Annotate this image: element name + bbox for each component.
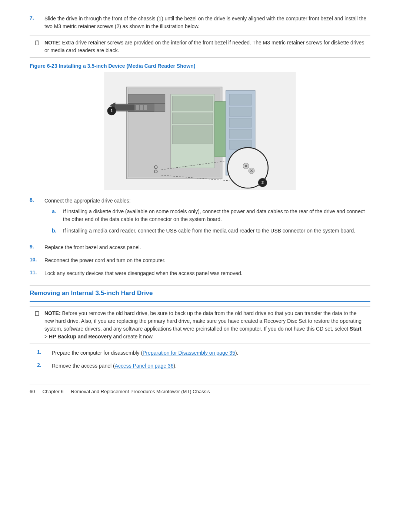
step-8b-num: b. xyxy=(52,227,63,235)
svg-rect-7 xyxy=(136,105,139,110)
note-text-2: NOTE: Before you remove the old hard dri… xyxy=(44,310,366,341)
step-9: 9. Replace the front bezel and access pa… xyxy=(30,244,370,251)
svg-text:1: 1 xyxy=(110,108,113,113)
figure-svg: 1 xyxy=(104,72,296,190)
section2-step-1-link[interactable]: Preparation for Disassembly on page 35 xyxy=(143,350,235,356)
section2-step-2-content: Remove the access panel (Access Panel on… xyxy=(52,362,370,370)
section2-step-1-content: Prepare the computer for disassembly (Pr… xyxy=(52,349,370,357)
section2-step-1-text: Prepare the computer for disassembly ( xyxy=(52,350,143,356)
section-2-heading: Removing an Internal 3.5-inch Hard Drive xyxy=(30,290,370,297)
step-10: 10. Reconnect the power cord and turn on… xyxy=(30,257,370,264)
sub-steps-8: a. If installing a diskette drive (avail… xyxy=(44,208,370,235)
footer-description: Removal and Replacement Procedures Micro… xyxy=(71,389,210,394)
step-8-text: Connect the appropriate drive cables: xyxy=(44,198,131,204)
step-10-number: 10. xyxy=(30,257,44,262)
svg-rect-6 xyxy=(116,104,134,110)
svg-rect-15 xyxy=(172,113,213,124)
svg-rect-17 xyxy=(215,102,226,157)
section2-step-2-end: ). xyxy=(173,363,177,369)
step-8b-text: If installing a media card reader, conne… xyxy=(63,227,370,235)
svg-rect-16 xyxy=(172,126,213,144)
section2-step-2-text: Remove the access panel ( xyxy=(52,363,115,369)
note-content-2a: Before you remove the old hard drive, be… xyxy=(44,310,361,332)
step-8-content: Connect the appropriate drive cables: a.… xyxy=(44,197,370,238)
figure-container: 1 xyxy=(30,72,370,190)
note-box-2: 🗒 NOTE: Before you remove the old hard d… xyxy=(30,306,370,344)
section2-step-1: 1. Prepare the computer for disassembly … xyxy=(37,349,370,357)
step-7-text: Slide the drive in through the front of … xyxy=(44,15,370,30)
section2-step-2-link[interactable]: Access Panel on page 36 xyxy=(115,363,174,369)
step-8a-text: If installing a diskette drive (availabl… xyxy=(63,208,370,223)
note-icon-1: 🗒 xyxy=(34,39,41,47)
svg-rect-8 xyxy=(140,105,143,110)
step-11-number: 11. xyxy=(30,270,44,275)
footer-page: 60 xyxy=(30,389,35,394)
note-connector: > xyxy=(44,334,49,339)
note-text-1: NOTE: Extra drive retainer screws are pr… xyxy=(44,39,366,54)
figure-label: Figure 6-23 Installing a 3.5-inch Device… xyxy=(30,63,370,69)
step-10-text: Reconnect the power cord and turn on the… xyxy=(44,257,370,264)
step-8a-num: a. xyxy=(52,208,63,215)
svg-rect-14 xyxy=(172,96,213,111)
step-8: 8. Connect the appropriate drive cables:… xyxy=(30,197,370,238)
step-8b: b. If installing a media card reader, co… xyxy=(52,227,370,235)
footer-chapter: Chapter 6 xyxy=(42,389,63,394)
svg-text:2: 2 xyxy=(261,180,264,185)
step-7-number: 7. xyxy=(30,15,44,21)
section-divider xyxy=(30,285,370,286)
step-7: 7. Slide the drive in through the front … xyxy=(30,15,370,30)
figure-illustration: 1 xyxy=(104,72,296,190)
step-8-number: 8. xyxy=(30,197,44,203)
note-bold-recovery: HP Backup and Recovery xyxy=(49,334,111,339)
note-end: and create it now. xyxy=(111,334,154,339)
note-bold-start: Start xyxy=(350,326,361,332)
step-11: 11. Lock any security devices that were … xyxy=(30,270,370,277)
svg-rect-22 xyxy=(230,129,252,138)
section2-step-1-end: ). xyxy=(235,350,239,356)
section2-step-2: 2. Remove the access panel (Access Panel… xyxy=(37,362,370,370)
note-label-1: NOTE: xyxy=(44,40,61,46)
svg-rect-21 xyxy=(230,118,252,127)
note-icon-2: 🗒 xyxy=(34,310,41,318)
step-8a: a. If installing a diskette drive (avail… xyxy=(52,208,370,223)
step-11-text: Lock any security devices that were dise… xyxy=(44,270,370,277)
section2-step-2-number: 2. xyxy=(37,362,52,368)
svg-rect-9 xyxy=(144,105,147,110)
footer-bar: 60 Chapter 6 Removal and Replacement Pro… xyxy=(30,385,370,394)
svg-rect-19 xyxy=(230,94,252,106)
note-label-2: NOTE: xyxy=(44,310,61,316)
step-9-number: 9. xyxy=(30,244,44,250)
svg-rect-3 xyxy=(128,94,165,103)
svg-rect-20 xyxy=(230,107,252,116)
step-9-text: Replace the front bezel and access panel… xyxy=(44,244,370,251)
note-box-1: 🗒 NOTE: Extra drive retainer screws are … xyxy=(30,36,370,58)
section-heading-rule xyxy=(30,301,370,302)
figure-label-number: Figure 6-23 xyxy=(30,63,57,69)
section2-step-1-number: 1. xyxy=(37,349,52,355)
note-content-1: Extra drive retainer screws are provided… xyxy=(44,40,364,53)
figure-caption: Installing a 3.5-inch Device (Media Card… xyxy=(57,63,196,69)
